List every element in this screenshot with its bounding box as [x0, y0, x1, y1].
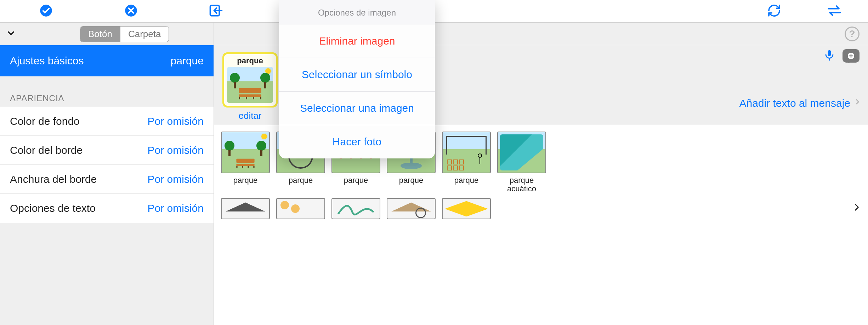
microphone-icon[interactable]	[823, 48, 835, 64]
toolbar-slot	[748, 4, 801, 19]
segment-button-boton[interactable]: Botón	[80, 27, 120, 42]
symbol-caption: parque acuático	[497, 176, 546, 193]
preview-card-label: parque	[237, 56, 263, 65]
swap-icon[interactable]	[827, 3, 842, 20]
add-text-label: Añadir texto al mensaje	[739, 97, 850, 109]
settings-panel: Botón Carpeta Ajustes básicos parque APA…	[0, 23, 214, 325]
help-icon[interactable]: ?	[845, 27, 860, 41]
button-preview: parque editar	[222, 52, 278, 121]
type-segmented-control: Botón Carpeta	[80, 26, 169, 42]
park-scene-icon	[227, 67, 273, 103]
symbol-caption: parque	[399, 176, 424, 185]
appearance-section-title: APARIENCIA	[0, 76, 214, 107]
list-item[interactable]: Color del borde Por omisión	[0, 136, 214, 165]
symbol-cell[interactable]: parque	[221, 132, 270, 193]
import-icon[interactable]	[208, 3, 224, 20]
toolbar-slot	[808, 3, 861, 20]
segmented-row: Botón Carpeta	[0, 23, 214, 45]
list-item[interactable]: Anchura del borde Por omisión	[0, 165, 214, 194]
scroll-right-icon[interactable]	[852, 199, 860, 218]
symbol-cell[interactable]	[442, 198, 491, 219]
item-label: Color del borde	[10, 144, 83, 156]
edit-image-button[interactable]: editar	[238, 110, 261, 121]
popover-take-photo[interactable]: Hacer foto	[279, 125, 435, 158]
symbol-cell[interactable]	[276, 198, 325, 219]
x-circle-icon[interactable]	[124, 4, 138, 19]
basic-settings-label: Ajustes básicos	[10, 55, 84, 67]
symbol-cell[interactable]: parque	[442, 132, 491, 193]
toolbar-slot	[177, 3, 255, 20]
list-item[interactable]: Opciones de texto Por omisión	[0, 194, 214, 223]
item-value: Por omisión	[148, 115, 204, 127]
water-slide-icon	[497, 132, 546, 173]
symbol-caption: parque	[233, 176, 258, 185]
symbol-cell[interactable]	[221, 198, 270, 219]
preview-card[interactable]: parque	[222, 52, 278, 108]
chevron-right-icon	[854, 97, 861, 109]
list-item[interactable]: Color de fondo Por omisión	[0, 107, 214, 136]
item-value: Por omisión	[148, 202, 204, 214]
item-label: Opciones de texto	[10, 202, 96, 214]
symbol-cell[interactable]	[331, 198, 380, 219]
segment-button-carpeta[interactable]: Carpeta	[120, 27, 169, 42]
symbol-cell[interactable]: parque acuático	[497, 132, 546, 193]
basic-settings-value: parque	[171, 55, 204, 67]
park-bench-icon	[221, 132, 270, 173]
symbol-cell[interactable]	[387, 198, 436, 219]
collapse-chevron-icon[interactable]	[6, 28, 16, 40]
appearance-list: Color de fondo Por omisión Color del bor…	[0, 107, 214, 223]
item-value: Por omisión	[148, 173, 204, 185]
check-circle-icon[interactable]	[39, 4, 53, 19]
symbol-caption: parque	[289, 176, 313, 185]
symbol-caption: parque	[454, 176, 479, 185]
hopscotch-icon	[442, 132, 491, 173]
toolbar-slot	[7, 4, 85, 19]
popover-title: Opciones de imagen	[279, 0, 435, 24]
symbol-caption: parque	[344, 176, 368, 185]
popover-delete-image[interactable]: Eliminar imagen	[279, 24, 435, 58]
add-message-icon[interactable]	[843, 49, 860, 63]
item-label: Anchura del borde	[10, 173, 97, 185]
refresh-icon[interactable]	[767, 4, 781, 19]
toolbar-slot	[92, 4, 170, 19]
add-text-to-message[interactable]: Añadir texto al mensaje	[739, 97, 861, 109]
popover-select-image[interactable]: Seleccionar una imagen	[279, 91, 435, 125]
basic-settings-row[interactable]: Ajustes básicos parque	[0, 45, 214, 76]
item-label: Color de fondo	[10, 115, 80, 127]
image-options-popover: Opciones de imagen Eliminar imagen Selec…	[279, 0, 435, 158]
popover-select-symbol[interactable]: Seleccionar un símbolo	[279, 58, 435, 91]
item-value: Por omisión	[148, 144, 204, 156]
svg-rect-5	[828, 50, 831, 56]
